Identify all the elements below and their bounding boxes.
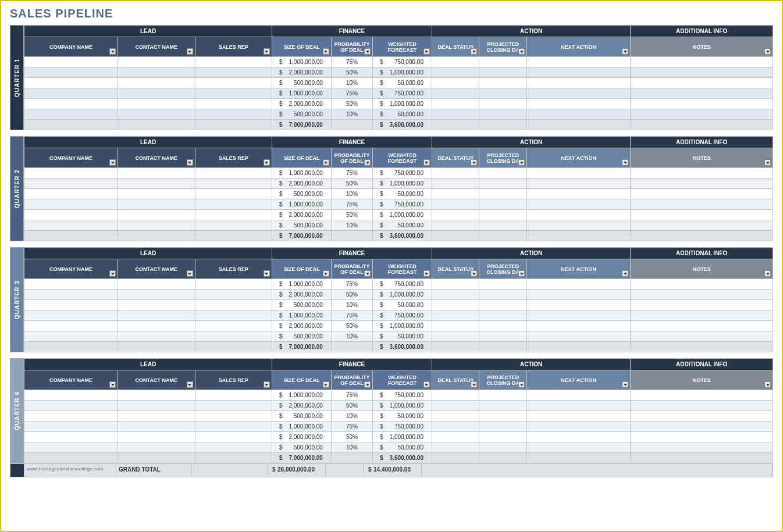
col-next[interactable]: NEXT ACTION xyxy=(527,259,631,279)
filter-dropdown-icon[interactable] xyxy=(423,48,430,55)
cell-wf[interactable]: $50,000.00 xyxy=(373,442,432,453)
cell-wf[interactable]: $1,000,000.00 xyxy=(373,290,432,300)
cell-wf[interactable]: $1,000,000.00 xyxy=(373,401,432,411)
cell-empty[interactable] xyxy=(195,199,272,210)
cell-empty[interactable] xyxy=(527,310,631,321)
cell-empty[interactable] xyxy=(527,99,631,109)
col-notes[interactable]: NOTES xyxy=(631,259,773,279)
cell-deal[interactable]: $500,000.00 xyxy=(272,109,331,120)
cell-empty[interactable] xyxy=(118,210,195,220)
col-close[interactable]: PROJECTED CLOSING DA xyxy=(479,148,527,168)
cell-empty[interactable] xyxy=(631,220,773,231)
col-notes[interactable]: NOTES xyxy=(631,37,773,57)
cell-empty[interactable] xyxy=(118,331,195,342)
cell-deal[interactable]: $500,000.00 xyxy=(272,411,331,422)
cell-empty[interactable] xyxy=(527,67,631,78)
col-prob[interactable]: PROBABILITY OF DEAL xyxy=(331,37,372,57)
cell-prob[interactable]: 50% xyxy=(331,99,372,109)
cell-wf[interactable]: $50,000.00 xyxy=(373,109,432,120)
filter-dropdown-icon[interactable] xyxy=(109,270,116,277)
cell-empty[interactable] xyxy=(479,310,527,321)
cell-empty[interactable] xyxy=(479,422,527,432)
cell-prob[interactable]: 50% xyxy=(331,178,372,189)
cell-empty[interactable] xyxy=(631,411,773,422)
cell-empty[interactable] xyxy=(118,88,195,99)
cell-deal[interactable]: $1,000,000.00 xyxy=(272,310,331,321)
cell-deal[interactable]: $2,000,000.00 xyxy=(272,67,331,78)
cell-empty[interactable] xyxy=(527,432,631,442)
col-rep[interactable]: SALES REP xyxy=(195,259,272,279)
col-rep[interactable]: SALES REP xyxy=(195,148,272,168)
cell-empty[interactable] xyxy=(118,189,195,199)
cell-prob[interactable]: 50% xyxy=(331,290,372,300)
cell-empty[interactable] xyxy=(631,401,773,411)
cell-empty[interactable] xyxy=(479,442,527,453)
cell-empty[interactable] xyxy=(195,88,272,99)
cell-deal[interactable]: $2,000,000.00 xyxy=(272,321,331,331)
cell-prob[interactable]: 10% xyxy=(331,78,372,88)
cell-empty[interactable] xyxy=(118,178,195,189)
cell-wf[interactable]: $750,000.00 xyxy=(373,168,432,178)
cell-empty[interactable] xyxy=(24,432,118,442)
cell-empty[interactable] xyxy=(631,422,773,432)
col-deal[interactable]: SIZE OF DEAL xyxy=(272,37,331,57)
cell-deal[interactable]: $500,000.00 xyxy=(272,442,331,453)
cell-empty[interactable] xyxy=(631,432,773,442)
filter-dropdown-icon[interactable] xyxy=(323,159,329,166)
cell-empty[interactable] xyxy=(195,432,272,442)
cell-empty[interactable] xyxy=(479,78,527,88)
cell-empty[interactable] xyxy=(24,210,118,220)
cell-deal[interactable]: $1,000,000.00 xyxy=(272,422,331,432)
cell-empty[interactable] xyxy=(24,422,118,432)
cell-empty[interactable] xyxy=(118,168,195,178)
cell-empty[interactable] xyxy=(479,57,527,67)
cell-deal[interactable]: $2,000,000.00 xyxy=(272,99,331,109)
cell-empty[interactable] xyxy=(631,67,773,78)
cell-empty[interactable] xyxy=(195,422,272,432)
cell-empty[interactable] xyxy=(195,109,272,120)
cell-empty[interactable] xyxy=(631,210,773,220)
cell-empty[interactable] xyxy=(432,210,479,220)
cell-prob[interactable]: 75% xyxy=(331,310,372,321)
cell-empty[interactable] xyxy=(631,99,773,109)
filter-dropdown-icon[interactable] xyxy=(264,48,270,55)
cell-empty[interactable] xyxy=(631,279,773,290)
cell-wf[interactable]: $1,000,000.00 xyxy=(373,432,432,442)
cell-wf[interactable]: $50,000.00 xyxy=(373,331,432,342)
cell-empty[interactable] xyxy=(118,422,195,432)
cell-empty[interactable] xyxy=(432,78,479,88)
cell-empty[interactable] xyxy=(24,390,118,401)
cell-empty[interactable] xyxy=(527,321,631,331)
cell-deal[interactable]: $1,000,000.00 xyxy=(272,199,331,210)
filter-dropdown-icon[interactable] xyxy=(471,270,477,277)
cell-empty[interactable] xyxy=(24,401,118,411)
col-deal[interactable]: SIZE OF DEAL xyxy=(272,370,331,390)
cell-empty[interactable] xyxy=(195,390,272,401)
filter-dropdown-icon[interactable] xyxy=(187,270,193,277)
filter-dropdown-icon[interactable] xyxy=(471,381,477,388)
cell-prob[interactable]: 75% xyxy=(331,422,372,432)
col-company[interactable]: COMPANY NAME xyxy=(24,259,118,279)
filter-dropdown-icon[interactable] xyxy=(518,270,525,277)
col-status[interactable]: DEAL STATUS xyxy=(432,370,479,390)
filter-dropdown-icon[interactable] xyxy=(109,48,116,55)
cell-empty[interactable] xyxy=(24,199,118,210)
cell-prob[interactable]: 75% xyxy=(331,168,372,178)
filter-dropdown-icon[interactable] xyxy=(764,48,771,55)
cell-empty[interactable] xyxy=(479,168,527,178)
col-rep[interactable]: SALES REP xyxy=(195,37,272,57)
cell-wf[interactable]: $750,000.00 xyxy=(373,88,432,99)
cell-empty[interactable] xyxy=(432,279,479,290)
cell-empty[interactable] xyxy=(527,109,631,120)
cell-empty[interactable] xyxy=(118,390,195,401)
cell-deal[interactable]: $500,000.00 xyxy=(272,78,331,88)
cell-empty[interactable] xyxy=(432,109,479,120)
cell-empty[interactable] xyxy=(432,390,479,401)
cell-wf[interactable]: $1,000,000.00 xyxy=(373,210,432,220)
cell-empty[interactable] xyxy=(118,442,195,453)
cell-deal[interactable]: $500,000.00 xyxy=(272,189,331,199)
col-notes[interactable]: NOTES xyxy=(631,148,773,168)
cell-wf[interactable]: $750,000.00 xyxy=(373,310,432,321)
cell-empty[interactable] xyxy=(432,88,479,99)
col-prob[interactable]: PROBABILITY OF DEAL xyxy=(331,259,372,279)
